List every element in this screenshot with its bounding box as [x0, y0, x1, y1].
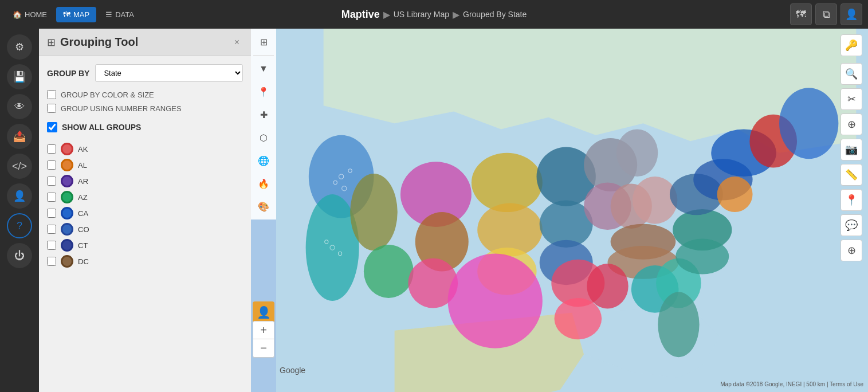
route-tool-button[interactable]: ✚: [253, 104, 274, 126]
color-tool-button[interactable]: 🎨: [253, 195, 274, 217]
search-button[interactable]: 🔍: [840, 63, 862, 85]
svg-point-4: [364, 245, 414, 298]
group-item: CT: [47, 239, 243, 252]
map-background: ⊞ ▼ 📍 ✚ ⬡ 🌐 🔥 🎨 👤 + − 🔑: [251, 29, 868, 392]
zoom-out-button[interactable]: −: [253, 339, 274, 358]
group-code-label: CT: [78, 241, 88, 250]
home-label: HOME: [25, 10, 47, 19]
key-button[interactable]: 🔑: [840, 34, 862, 56]
grouping-tool-button[interactable]: ⊞: [253, 31, 274, 53]
camera-button[interactable]: 📷: [840, 139, 862, 160]
show-all-label: SHOW ALL GROUPS: [62, 123, 141, 132]
svg-point-3: [350, 174, 398, 250]
location-button[interactable]: 📍: [840, 189, 862, 211]
shape-tool-button[interactable]: ⬡: [253, 127, 274, 148]
group-code-label: DC: [78, 257, 89, 266]
group-color-dot: [61, 175, 73, 187]
panel-close-button[interactable]: ×: [231, 36, 243, 49]
help-button[interactable]: ?: [7, 213, 32, 238]
group-code-label: AL: [78, 161, 87, 170]
sep2: ▶: [453, 9, 459, 20]
data-button[interactable]: ☰ DATA: [99, 7, 141, 22]
share-button[interactable]: 👤: [840, 3, 862, 25]
map-svg: [276, 29, 868, 392]
map-label: MAP: [73, 10, 89, 19]
svg-point-24: [448, 253, 543, 348]
toolbar-separator-1: [253, 55, 273, 56]
zoom-in-button[interactable]: +: [253, 321, 274, 339]
export-button[interactable]: 📤: [7, 124, 32, 149]
group-checkbox-al[interactable]: [47, 160, 56, 170]
breadcrumb: Maptive ▶ US Library Map ▶ Grouped By St…: [341, 9, 527, 21]
map-style-button[interactable]: 🗺: [790, 3, 812, 25]
code-button[interactable]: </>: [7, 154, 32, 179]
map-nav-icon: 🗺: [63, 10, 70, 19]
right-tools: 🔍 ✂ ⊕ 📷 📏 📍 💬 ⊕: [840, 63, 862, 261]
group-checkbox-dc[interactable]: [47, 257, 56, 266]
view-button[interactable]: 👁: [7, 94, 32, 119]
svg-point-33: [717, 177, 753, 212]
ruler-button[interactable]: 📏: [840, 164, 862, 186]
group-by-color-checkbox[interactable]: [47, 90, 56, 99]
home-button[interactable]: 🏠 HOME: [6, 7, 54, 22]
filter-tool-button[interactable]: ▼: [253, 58, 274, 80]
group-item: AZ: [47, 191, 243, 203]
svg-point-8: [472, 153, 543, 212]
svg-point-22: [555, 298, 602, 339]
show-all-checkbox[interactable]: [47, 122, 57, 132]
group-color-dot: [61, 207, 73, 219]
save-button[interactable]: 💾: [7, 64, 32, 89]
breadcrumb-map[interactable]: US Library Map: [394, 10, 449, 19]
topbar-left: 🏠 HOME 🗺 MAP ☰ DATA: [6, 7, 141, 22]
heat-tool-button[interactable]: 🔥: [253, 173, 274, 194]
user-button[interactable]: 👤: [7, 183, 32, 209]
add-location-button[interactable]: ⊕: [840, 240, 862, 261]
street-view-button[interactable]: 👤: [253, 301, 274, 323]
group-color-dot: [61, 239, 73, 252]
group-checkbox-ak[interactable]: [47, 144, 56, 154]
group-color-dot: [61, 159, 73, 171]
svg-point-29: [675, 239, 729, 275]
pin-tool-button[interactable]: 📍: [253, 81, 274, 103]
group-color-dot: [61, 143, 73, 155]
grouping-panel: ⊞ Grouping Tool × GROUP BY State City Co…: [39, 29, 251, 392]
person-icon: 👤: [257, 305, 271, 319]
group-by-select[interactable]: State City County: [95, 64, 243, 82]
brand-name: Maptive: [341, 9, 380, 21]
home-icon: 🏠: [13, 10, 22, 19]
group-checkbox-co[interactable]: [47, 225, 56, 234]
group-item: DC: [47, 255, 243, 268]
group-by-row: GROUP BY State City County: [47, 64, 243, 82]
group-checkbox-ct[interactable]: [47, 241, 56, 250]
topbar: 🏠 HOME 🗺 MAP ☰ DATA Maptive ▶ US Library…: [0, 0, 868, 29]
google-watermark: Google: [280, 366, 305, 375]
scissors-button[interactable]: ✂: [840, 88, 862, 110]
group-code-label: AZ: [78, 193, 88, 202]
panel-title: Grouping Tool: [60, 36, 226, 49]
speech-button[interactable]: 💬: [840, 214, 862, 236]
group-checkbox-ar[interactable]: [47, 177, 56, 186]
group-code-label: AR: [78, 177, 88, 186]
layers-button[interactable]: ⧉: [815, 3, 837, 25]
panel-body: GROUP BY State City County GROUP BY COLO…: [39, 56, 251, 392]
power-button[interactable]: ⏻: [7, 243, 32, 268]
show-all-row: SHOW ALL GROUPS: [47, 119, 243, 136]
globe-tool-button[interactable]: 🌐: [253, 150, 274, 171]
crosshair-button[interactable]: ⊕: [840, 113, 862, 135]
group-list: AKALARAZCACOCTDC: [47, 143, 243, 268]
group-by-label: GROUP BY: [47, 69, 89, 78]
settings-button[interactable]: ⚙: [7, 34, 32, 60]
left-sidebar: ⚙ 💾 👁 📤 </> 👤 ? ⏻: [0, 29, 39, 392]
group-by-color-row: GROUP BY COLOR & SIZE: [47, 90, 243, 99]
group-item: AR: [47, 175, 243, 187]
panel-header: ⊞ Grouping Tool ×: [39, 29, 251, 56]
map-button[interactable]: 🗺 MAP: [56, 7, 96, 22]
attribution-text: Map data ©2018 Google, INEGI | 500 km | …: [720, 381, 863, 387]
group-checkbox-ca[interactable]: [47, 209, 56, 218]
group-color-dot: [61, 223, 73, 236]
group-by-range-row: GROUP USING NUMBER RANGES: [47, 104, 243, 113]
group-item: CA: [47, 207, 243, 219]
svg-point-15: [616, 129, 658, 177]
group-checkbox-az[interactable]: [47, 193, 56, 202]
group-by-range-checkbox[interactable]: [47, 104, 56, 113]
